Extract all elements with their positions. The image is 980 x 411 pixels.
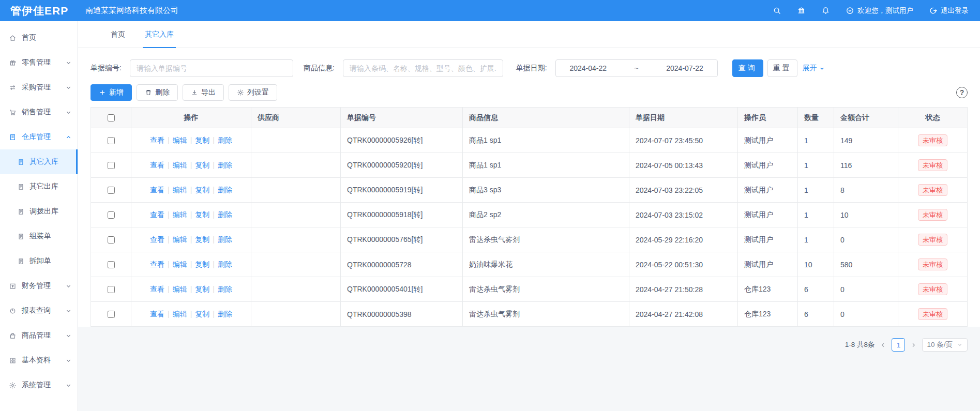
logout-text: 退出登录 [941, 6, 969, 16]
row-action-copy[interactable]: 复制 [195, 260, 209, 268]
row-action-view[interactable]: 查看 [150, 210, 164, 219]
add-button[interactable]: 新增 [91, 84, 132, 101]
row-action-edit[interactable]: 编辑 [173, 210, 187, 219]
row-action-edit[interactable]: 编辑 [173, 136, 187, 144]
next-page-button[interactable] [910, 342, 917, 348]
row-action-delete[interactable]: 删除 [218, 161, 232, 169]
cell-amount: 116 [834, 153, 898, 178]
row-action-delete[interactable]: 删除 [218, 260, 232, 268]
reset-button[interactable]: 重置 [767, 59, 797, 77]
row-action-view[interactable]: 查看 [150, 260, 164, 268]
cell-qty: 1 [798, 128, 834, 153]
prev-page-button[interactable] [880, 342, 886, 348]
row-action-copy[interactable]: 复制 [195, 285, 209, 293]
sidebar-subitem-assembly-order[interactable]: 组装单 [0, 224, 78, 249]
user-menu[interactable]: 欢迎您，测试用户 [846, 6, 913, 16]
row-checkbox[interactable] [108, 137, 115, 144]
filter-row: 单据编号: 商品信息: 单据日期: 2024-04-22 ~ 2024-07-2… [91, 59, 968, 77]
row-action-copy[interactable]: 复制 [195, 310, 209, 318]
sidebar-item-report[interactable]: 报表查询 [0, 298, 78, 323]
row-action-view[interactable]: 查看 [150, 310, 164, 318]
action-separator: | [213, 235, 215, 243]
sidebar-item-basedata[interactable]: 基本资料 [0, 348, 78, 373]
row-action-edit[interactable]: 编辑 [173, 235, 187, 243]
help-icon[interactable]: ? [956, 87, 968, 98]
cell-date: 2024-07-05 00:13:43 [629, 153, 738, 178]
page-size-select[interactable]: 10 条/页 [922, 338, 968, 352]
row-action-view[interactable]: 查看 [150, 235, 164, 243]
row-action-copy[interactable]: 复制 [195, 186, 209, 194]
chevron-down-icon [65, 332, 72, 340]
row-action-view[interactable]: 查看 [150, 136, 164, 144]
row-checkbox[interactable] [108, 311, 115, 318]
sidebar-item-finance[interactable]: 财务管理 [0, 273, 78, 298]
logout-button[interactable]: 退出登录 [929, 6, 969, 16]
action-separator: | [190, 186, 192, 194]
page-number-1[interactable]: 1 [892, 338, 905, 352]
sidebar-subitem-other-inbound[interactable]: 其它入库 [0, 149, 78, 174]
col-product: 商品信息 [463, 108, 629, 128]
gift-icon [9, 59, 17, 67]
row-checkbox[interactable] [108, 162, 115, 169]
sidebar-item-home[interactable]: 首页 [0, 25, 78, 50]
row-action-edit[interactable]: 编辑 [173, 260, 187, 268]
sidebar-subitem-disassembly-order[interactable]: 拆卸单 [0, 249, 78, 273]
row-action-copy[interactable]: 复制 [195, 161, 209, 169]
download-icon [191, 89, 198, 96]
row-checkbox[interactable] [108, 187, 115, 194]
row-action-view[interactable]: 查看 [150, 285, 164, 293]
row-action-delete[interactable]: 删除 [218, 136, 232, 144]
row-action-copy[interactable]: 复制 [195, 235, 209, 243]
sidebar-subitem-transfer-outbound[interactable]: 调拨出库 [0, 199, 78, 224]
sidebar-subitem-other-outbound[interactable]: 其它出库 [0, 174, 78, 199]
row-checkbox[interactable] [108, 286, 115, 293]
sidebar-item-warehouse[interactable]: 仓库管理 [0, 125, 78, 149]
goods-icon [9, 332, 17, 340]
row-action-copy[interactable]: 复制 [195, 136, 209, 144]
tab-label: 其它入库 [145, 30, 174, 39]
sidebar-item-goods[interactable]: 商品管理 [0, 323, 78, 348]
product-info-input[interactable] [343, 59, 503, 77]
column-settings-button[interactable]: 列设置 [229, 84, 277, 101]
row-action-delete[interactable]: 删除 [218, 285, 232, 293]
row-action-view[interactable]: 查看 [150, 161, 164, 169]
expand-filters-link[interactable]: 展开 [803, 64, 825, 73]
sidebar-item-purchase[interactable]: 采购管理 [0, 75, 78, 100]
select-all-checkbox[interactable] [108, 114, 115, 121]
row-action-view[interactable]: 查看 [150, 186, 164, 194]
row-action-copy[interactable]: 复制 [195, 210, 209, 219]
row-action-delete[interactable]: 删除 [218, 235, 232, 243]
product-info-label: 商品信息: [304, 64, 335, 73]
row-checkbox[interactable] [108, 236, 115, 243]
row-checkbox[interactable] [108, 261, 115, 268]
row-action-edit[interactable]: 编辑 [173, 186, 187, 194]
chevron-down-icon [819, 65, 825, 72]
date-range-input[interactable]: 2024-04-22 ~ 2024-07-22 [555, 59, 718, 77]
main-area: 首页其它入库 单据编号: 商品信息: 单据日期: 2024-04-22 ~ 20… [78, 21, 980, 411]
export-button[interactable]: 导出 [183, 84, 224, 101]
user-dropdown-icon [846, 6, 854, 15]
company-name: 南通某某网络科技有限公司 [85, 6, 178, 16]
sidebar-item-system[interactable]: 系统管理 [0, 373, 78, 398]
row-actions: 查看|编辑|复制|删除 [131, 252, 251, 277]
search-button[interactable]: 查询 [732, 59, 763, 77]
bank-icon[interactable] [797, 6, 806, 15]
row-action-edit[interactable]: 编辑 [173, 310, 187, 318]
tab-1[interactable]: 其它入库 [135, 21, 184, 48]
row-action-edit[interactable]: 编辑 [173, 161, 187, 169]
sidebar-item-sales[interactable]: 销售管理 [0, 100, 78, 125]
status-badge: 未审核 [918, 308, 947, 321]
bill-no-input[interactable] [130, 59, 293, 77]
search-icon[interactable] [773, 6, 781, 15]
bell-icon[interactable] [821, 6, 830, 15]
row-action-delete[interactable]: 删除 [218, 186, 232, 194]
row-action-delete[interactable]: 删除 [218, 310, 232, 318]
row-action-delete[interactable]: 删除 [218, 210, 232, 219]
row-action-edit[interactable]: 编辑 [173, 285, 187, 293]
welcome-text: 欢迎您，测试用户 [857, 6, 913, 16]
sidebar-item-retail[interactable]: 零售管理 [0, 50, 78, 75]
tab-0[interactable]: 首页 [101, 21, 135, 48]
row-checkbox[interactable] [108, 211, 115, 219]
delete-button[interactable]: 删除 [137, 84, 178, 101]
date-separator: ~ [635, 64, 639, 72]
